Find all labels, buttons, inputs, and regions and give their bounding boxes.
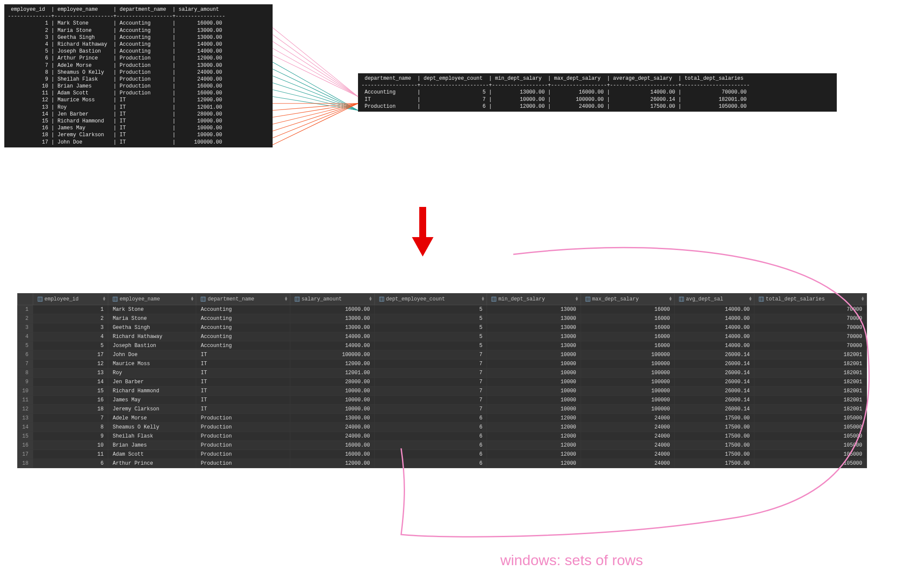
table-row[interactable]: 1015Richard HammondIT10000.0071000010000… <box>18 387 867 396</box>
svg-rect-38 <box>586 297 590 301</box>
cell: 182001 <box>754 405 867 414</box>
sort-icon[interactable]: ▲▼ <box>285 297 287 302</box>
row-number: 13 <box>18 414 33 423</box>
cell: John Doe <box>108 350 196 360</box>
cell: 12000 <box>487 459 581 468</box>
column-header[interactable]: salary_amount▲▼ <box>290 294 374 305</box>
cell: 7 <box>374 387 487 396</box>
cell: 14000.00 <box>675 341 754 350</box>
cell: 14 <box>33 378 108 387</box>
cell: 10000 <box>487 387 581 396</box>
table-row[interactable]: 44Richard HathawayAccounting14000.005130… <box>18 332 867 341</box>
cell: 5 <box>374 332 487 341</box>
table-row[interactable]: 914Jen BarberIT28000.0071000010000026000… <box>18 378 867 387</box>
cell: 10000 <box>487 405 581 414</box>
cell: 16000 <box>581 332 674 341</box>
row-number: 2 <box>18 314 33 323</box>
column-header[interactable]: employee_id▲▼ <box>33 294 108 305</box>
row-number: 15 <box>18 432 33 441</box>
cell: 10 <box>33 441 108 450</box>
cell: 100000 <box>581 396 674 405</box>
column-header-label: min_dept_salary <box>498 296 545 302</box>
column-icon <box>679 297 684 302</box>
row-number: 11 <box>18 396 33 405</box>
cell: 26000.14 <box>675 360 754 369</box>
cell: 70000 <box>754 314 867 323</box>
cell: 18 <box>33 405 108 414</box>
cell: 10000 <box>487 369 581 378</box>
cell: 70000 <box>754 305 867 314</box>
table-row[interactable]: 11Mark StoneAccounting16000.005130001600… <box>18 305 867 314</box>
cell: James May <box>108 396 196 405</box>
cell: 24000.00 <box>290 432 374 441</box>
cell: Maria Stone <box>108 314 196 323</box>
cell: 10000 <box>487 396 581 405</box>
cell: 16 <box>33 396 108 405</box>
sort-icon[interactable]: ▲▼ <box>482 297 484 302</box>
column-icon <box>295 297 300 302</box>
column-header[interactable]: employee_name▲▼ <box>108 294 196 305</box>
table-row[interactable]: 1610Brian JamesProduction16000.006120002… <box>18 441 867 450</box>
cell: 12000 <box>487 441 581 450</box>
sort-icon[interactable]: ▲▼ <box>749 297 751 302</box>
cell: 6 <box>33 459 108 468</box>
cell: 7 <box>374 350 487 360</box>
cell: 100000 <box>581 378 674 387</box>
cell: 100000 <box>581 387 674 396</box>
cell: 6 <box>374 441 487 450</box>
sort-icon[interactable]: ▲▼ <box>575 297 578 302</box>
cell: 13000 <box>487 341 581 350</box>
column-header[interactable]: department_name▲▼ <box>196 294 290 305</box>
table-row[interactable]: 617John DoeIT100000.0071000010000026000.… <box>18 350 867 360</box>
cell: 182001 <box>754 360 867 369</box>
row-number: 9 <box>18 378 33 387</box>
cell: 1 <box>33 305 108 314</box>
column-header[interactable]: dept_employee_count▲▼ <box>374 294 487 305</box>
cell: Accounting <box>196 323 290 332</box>
cell: 9 <box>33 432 108 441</box>
svg-rect-26 <box>201 297 205 301</box>
cell: IT <box>196 396 290 405</box>
table-row[interactable]: 1218Jeremy ClarksonIT10000.0071000010000… <box>18 405 867 414</box>
cell: 26000.14 <box>675 387 754 396</box>
cell: Geetha Singh <box>108 323 196 332</box>
cell: 6 <box>374 423 487 432</box>
table-row[interactable]: 137Adele MorseProduction13000.0061200024… <box>18 414 867 423</box>
row-number-header <box>18 294 33 305</box>
cell: 100000 <box>581 360 674 369</box>
cell: Jen Barber <box>108 378 196 387</box>
column-header[interactable]: avg_dept_sal▲▼ <box>675 294 754 305</box>
table-row[interactable]: 148Sheamus O KellyProduction24000.006120… <box>18 423 867 432</box>
table-row[interactable]: 186Arthur PrinceProduction12000.00612000… <box>18 459 867 468</box>
cell: 13000 <box>487 332 581 341</box>
table-row[interactable]: 813RoyIT12001.0071000010000026000.141820… <box>18 369 867 378</box>
table-row[interactable]: 159Sheilah FlaskProduction24000.00612000… <box>18 432 867 441</box>
cell: 13 <box>33 369 108 378</box>
sort-icon[interactable]: ▲▼ <box>191 297 193 302</box>
sort-icon[interactable]: ▲▼ <box>862 297 864 302</box>
cell: 17500.00 <box>675 441 754 450</box>
column-header[interactable]: min_dept_salary▲▼ <box>487 294 581 305</box>
cell: 24000 <box>581 432 674 441</box>
cell: 6 <box>374 450 487 459</box>
table-row[interactable]: 1116James MayIT10000.0071000010000026000… <box>18 396 867 405</box>
svg-line-7 <box>273 76 358 110</box>
svg-line-3 <box>273 48 358 97</box>
column-header[interactable]: total_dept_salaries▲▼ <box>754 294 867 305</box>
cell: 24000 <box>581 450 674 459</box>
sort-icon[interactable]: ▲▼ <box>103 297 105 302</box>
cell: 6 <box>374 432 487 441</box>
cell: 182001 <box>754 378 867 387</box>
cell: 10000.00 <box>290 387 374 396</box>
sort-icon[interactable]: ▲▼ <box>369 297 371 302</box>
column-header[interactable]: max_dept_salary▲▼ <box>581 294 674 305</box>
table-row[interactable]: 33Geetha SinghAccounting13000.0051300016… <box>18 323 867 332</box>
cell: 13000.00 <box>290 414 374 423</box>
cell: 10000.00 <box>290 396 374 405</box>
table-row[interactable]: 55Joseph BastionAccounting14000.00513000… <box>18 341 867 350</box>
table-row[interactable]: 22Maria StoneAccounting13000.00513000160… <box>18 314 867 323</box>
cell: 28000.00 <box>290 378 374 387</box>
table-row[interactable]: 1711Adam ScottProduction16000.0061200024… <box>18 450 867 459</box>
table-row[interactable]: 712Maurice MossIT12000.00710000100000260… <box>18 360 867 369</box>
sort-icon[interactable]: ▲▼ <box>669 297 672 302</box>
